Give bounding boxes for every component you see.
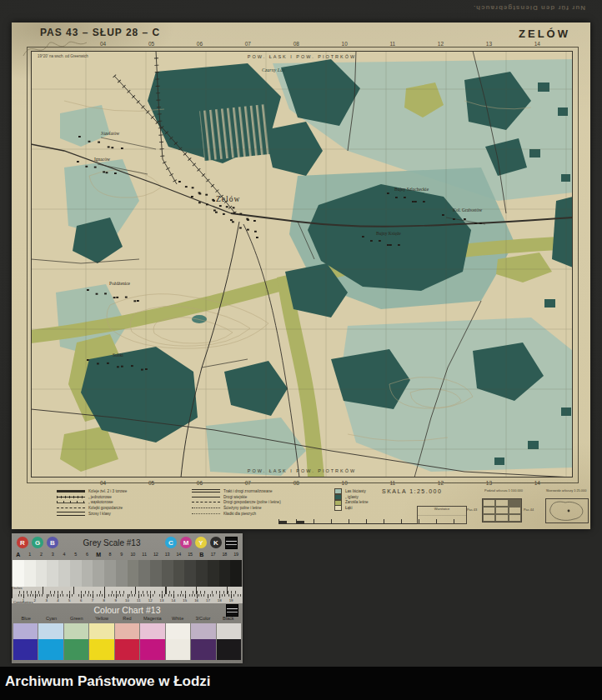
grid-number: 07	[245, 41, 251, 47]
place-label: Bujny Księże	[376, 231, 401, 236]
colour-patch	[140, 623, 164, 639]
map-sheet: PAS 43 – SŁUP 28 – C ZELÓW 0405060708101…	[12, 22, 590, 529]
grey-patch	[184, 560, 196, 587]
colour-patch	[89, 623, 113, 639]
railg-symbol	[57, 508, 85, 508]
archive-footer-band: Archiwum Państwowe w Łodzi	[0, 667, 602, 700]
grid-number: 14	[534, 41, 540, 47]
colour-column-header: 3/Color	[190, 616, 215, 623]
striped-forest-clearing	[199, 104, 271, 161]
legend-label: Drogi wiejskie	[223, 495, 247, 499]
chart-maker-logo	[225, 537, 238, 549]
grey-step-label: 11	[138, 552, 150, 560]
grey-step-label: 3	[47, 552, 58, 560]
legend-label: Ścieżyny polne i leśne	[223, 506, 261, 510]
grey-step-label: 6	[82, 552, 93, 560]
grey-patch	[24, 560, 36, 587]
boundary-label-bottom: POW. ŁASK I POW. PIOTRKÓW	[31, 468, 573, 473]
legend-entry: Las liściasty	[312, 488, 389, 494]
grey-scale-patches	[12, 560, 243, 587]
dirt-symbol	[192, 497, 220, 498]
legend-entry: Zarośla leśne	[312, 500, 389, 506]
colour-patch	[115, 623, 139, 639]
pas-right-label: Pas 44	[524, 508, 534, 512]
colour-patch	[191, 623, 215, 639]
boundary-label-top: POW. ŁASK I POW. PIOTRKÓW	[31, 54, 573, 59]
grid-number: 12	[438, 480, 444, 486]
place-label: Bujny Szlacheckie	[394, 187, 429, 192]
colour-patch	[38, 623, 63, 639]
legend-entry: Drogi wiejskie	[192, 494, 317, 500]
grey-step-label: 18	[219, 552, 231, 560]
grid-number: 14	[534, 480, 540, 486]
colour-chart-header: Colour Chart #13	[12, 603, 243, 616]
cmyk-dots: CMYK	[165, 537, 222, 548]
sheet-location-dot	[568, 510, 570, 512]
colour-patch	[13, 639, 38, 660]
c-channel-dot: C	[165, 537, 177, 548]
colour-patch	[38, 639, 63, 660]
place-label: Ignaców	[94, 157, 110, 162]
grey-step-label: 2	[36, 552, 48, 560]
grey-step-label: A	[13, 552, 24, 560]
colour-patch	[64, 639, 88, 660]
pas-left-label: Pas 43	[467, 508, 477, 512]
grey-patch	[230, 560, 242, 587]
colour-patch	[191, 639, 215, 660]
grey-patch	[162, 560, 173, 587]
grey-patch	[128, 560, 139, 587]
colour-column-header: Magenta	[140, 616, 165, 623]
grid-number: 12	[438, 41, 444, 47]
map-legend: Koleje żel. 2 i 3 torowe„ jednotorowe„ w…	[32, 488, 574, 526]
grey-patch	[36, 560, 48, 587]
colour-patch	[64, 623, 88, 639]
grey-patch	[93, 560, 104, 587]
grey-patch	[104, 560, 116, 587]
grey-patch	[70, 560, 82, 587]
legend-column-railways: Koleje żel. 2 i 3 torowe„ jednotorowe„ w…	[57, 488, 183, 517]
location-diagram	[545, 498, 589, 523]
grid-number: 13	[486, 41, 492, 47]
grey-patch	[13, 560, 24, 587]
stamp-text: Nur für den Dienstgebrauch.	[473, 4, 585, 12]
g-channel-dot: G	[32, 537, 43, 548]
legend-entry: „ wąskotorowe	[57, 500, 183, 506]
legend-entry: Trakt i drogi znormalizowane	[192, 488, 317, 494]
colour-patch	[217, 623, 241, 639]
grey-patch	[208, 560, 219, 587]
k-channel-dot: K	[210, 537, 222, 548]
grey-step-label: 9	[116, 552, 128, 560]
road2-symbol	[192, 489, 220, 492]
m-channel-dot: M	[180, 537, 192, 548]
place-label: Czarny Las	[262, 68, 285, 72]
colour-patch	[115, 639, 139, 660]
r-channel-dot: R	[17, 537, 28, 548]
grid-number: 11	[389, 41, 395, 47]
colour-column-header: Yellow	[89, 616, 114, 623]
grid-numbers-top: 04050607081011121314	[100, 41, 540, 47]
sheet-title: ZELÓW	[519, 28, 570, 40]
legend-entry: „ jednotorowe	[57, 494, 183, 500]
legend-column-roads: Trakt i drogi znormalizowaneDrogi wiejsk…	[192, 488, 317, 517]
contour-interval-box: Warstwice	[417, 506, 467, 524]
calibration-chart: RGB Grey Scale #13 CMYK A123456M89101112…	[12, 533, 243, 663]
colour-column-header: Red	[114, 616, 139, 623]
foot-symbol	[192, 513, 220, 514]
grid-number: 07	[245, 480, 251, 486]
grid-number: 10	[342, 41, 348, 47]
rail2-symbol	[57, 490, 85, 492]
grey-step-label: 17	[208, 552, 219, 560]
legend-column-vegetation: Las liściasty„ iglastyZarośla leśneŁąki	[312, 488, 389, 511]
legend-entry: Drogi gospodarcze (polne i leśne)	[192, 500, 317, 506]
place-label: Sobki	[113, 352, 123, 358]
legend-label: Kładki dla pieszych	[223, 512, 256, 516]
grey-step-label: 15	[184, 552, 196, 560]
grid-number: 06	[197, 41, 203, 47]
centimetre-ruler: 12345678910111213141516171819Centimetres	[12, 594, 243, 603]
legend-entry: „ iglasty	[312, 494, 389, 500]
colour-column-header: Black	[216, 616, 241, 623]
grey-patch	[173, 560, 185, 587]
colour-chart-column-headers: BlueCyanGreenYellowRedMagentaWhite3/Colo…	[12, 616, 243, 623]
colour-patch	[166, 623, 190, 639]
topographic-map: Czarny LasJózefatówIgnacówZelówBujny Szl…	[31, 51, 573, 478]
